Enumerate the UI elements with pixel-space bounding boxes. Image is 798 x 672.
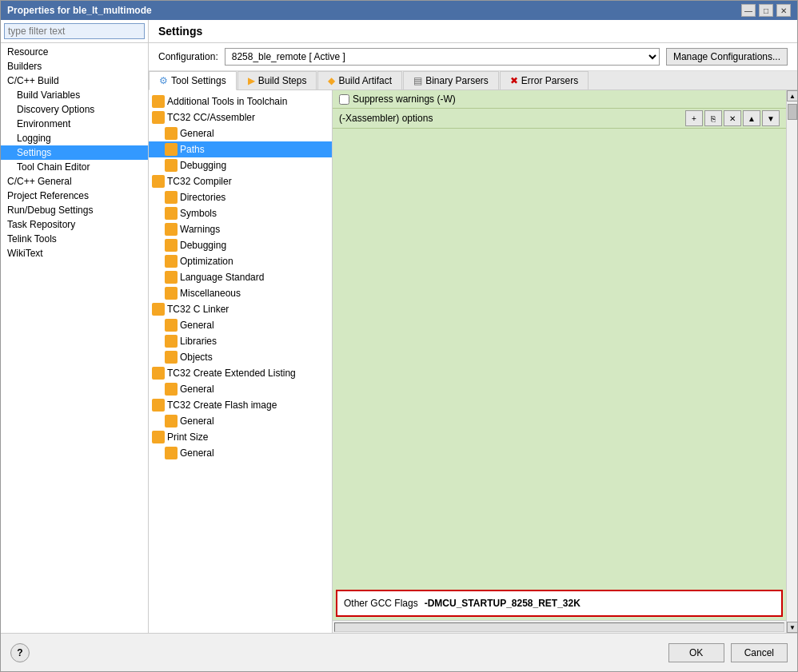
tool-item-additional-tools[interactable]: Additional Tools in Toolchain — [149, 93, 332, 109]
tool-icon — [165, 319, 178, 332]
config-row: Configuration: 8258_ble_remote [ Active … — [149, 43, 797, 71]
filter-input[interactable] — [4, 23, 145, 39]
title-bar-buttons: — □ ✕ — [741, 4, 791, 17]
tool-icon — [165, 415, 178, 427]
panel-content — [333, 129, 786, 587]
tool-item-tc32-extended-listing[interactable]: TC32 Create Extended Listing — [149, 365, 332, 381]
ok-button[interactable]: OK — [668, 643, 724, 662]
sidebar-item-discovery-options[interactable]: Discovery Options — [1, 102, 148, 117]
sidebar-item-cpp-build[interactable]: C/C++ Build — [1, 74, 148, 88]
other-gcc-flags-label: Other GCC Flags — [344, 598, 418, 609]
tool-icon — [165, 223, 178, 236]
add-option-button[interactable]: + — [685, 110, 703, 126]
manage-configurations-button[interactable]: Manage Configurations... — [666, 48, 788, 66]
build-artifact-icon: ◆ — [328, 75, 335, 86]
tool-icon — [152, 303, 165, 316]
sidebar-item-wikitext[interactable]: WikiText — [1, 246, 148, 260]
tab-build-steps[interactable]: ▶ Build Steps — [237, 71, 317, 89]
tool-icon — [165, 351, 178, 364]
tab-tool-settings[interactable]: ⚙ Tool Settings — [149, 71, 237, 90]
tool-item-compiler-directories[interactable]: Directories — [149, 189, 332, 205]
tool-icon — [152, 431, 165, 443]
tool-icon — [165, 207, 178, 220]
tool-item-flash-image-general[interactable]: General — [149, 413, 332, 429]
scroll-down-button[interactable]: ▼ — [787, 622, 797, 633]
tool-item-print-size-general[interactable]: General — [149, 445, 332, 461]
maximize-button[interactable]: □ — [759, 4, 773, 17]
tool-item-tc32-compiler[interactable]: TC32 Compiler — [149, 173, 332, 189]
tool-item-assembler-paths[interactable]: Paths — [149, 141, 332, 157]
tool-item-compiler-language[interactable]: Language Standard — [149, 269, 332, 285]
settings-panel: Suppress warnings (-W) (-Xassembler) opt… — [333, 90, 786, 633]
tool-item-assembler-general[interactable]: General — [149, 125, 332, 141]
options-bar: (-Xassembler) options + ⎘ ✕ ▲ ▼ — [333, 109, 786, 129]
sidebar-item-cpp-general[interactable]: C/C++ General — [1, 174, 148, 189]
tool-icon — [165, 143, 178, 156]
tool-item-compiler-debugging[interactable]: Debugging — [149, 237, 332, 253]
tool-icon — [165, 127, 178, 140]
tab-binary-parsers[interactable]: ▤ Binary Parsers — [403, 71, 499, 89]
sidebar-item-logging[interactable]: Logging — [1, 131, 148, 145]
tool-item-compiler-miscellaneous[interactable]: Miscellaneous — [149, 285, 332, 301]
tool-item-tc32-assembler[interactable]: TC32 CC/Assembler — [149, 109, 332, 125]
title-bar: Properties for ble_lt_multimode — □ ✕ — [1, 1, 797, 20]
horizontal-scrollbar[interactable] — [334, 622, 784, 632]
scroll-up-button[interactable]: ▲ — [787, 90, 797, 101]
tab-error-parsers[interactable]: ✖ Error Parsers — [500, 71, 589, 89]
error-parsers-icon: ✖ — [510, 75, 518, 86]
tool-icon — [165, 159, 178, 172]
tool-item-compiler-optimization[interactable]: Optimization — [149, 253, 332, 269]
copy-option-button[interactable]: ⎘ — [704, 110, 722, 126]
settings-title: Settings — [149, 20, 797, 43]
tool-item-tc32-linker[interactable]: TC32 C Linker — [149, 301, 332, 317]
sidebar-item-settings[interactable]: Settings — [1, 145, 148, 160]
config-select[interactable]: 8258_ble_remote [ Active ] — [225, 48, 660, 66]
tool-item-compiler-warnings[interactable]: Warnings — [149, 221, 332, 237]
tool-item-linker-libraries[interactable]: Libraries — [149, 333, 332, 349]
sidebar-item-resource[interactable]: Resource — [1, 45, 148, 59]
tool-icon — [152, 367, 165, 380]
tool-icon — [152, 175, 165, 188]
tool-icon — [165, 383, 178, 396]
tool-item-tc32-flash-image[interactable]: TC32 Create Flash image — [149, 397, 332, 413]
tab-build-artifact[interactable]: ◆ Build Artifact — [317, 71, 402, 89]
suppress-warnings-label[interactable]: Suppress warnings (-W) — [339, 93, 456, 105]
sidebar-item-project-references[interactable]: Project References — [1, 189, 148, 203]
sidebar-item-telink-tools[interactable]: Telink Tools — [1, 232, 148, 246]
move-down-button[interactable]: ▼ — [762, 110, 780, 126]
tool-icon — [152, 111, 165, 124]
help-button[interactable]: ? — [10, 643, 30, 662]
vertical-scrollbar: ▲ ▼ — [786, 90, 797, 633]
scroll-thumb[interactable] — [788, 104, 797, 120]
sidebar-item-builders[interactable]: Builders — [1, 59, 148, 74]
tool-item-compiler-symbols[interactable]: Symbols — [149, 205, 332, 221]
tool-icon — [165, 335, 178, 348]
sidebar: Resource Builders C/C++ Build Build Vari… — [1, 20, 149, 633]
tool-item-assembler-debugging[interactable]: Debugging — [149, 157, 332, 173]
bottom-buttons: OK Cancel — [668, 643, 788, 662]
move-up-button[interactable]: ▲ — [743, 110, 760, 126]
tool-icon — [165, 239, 178, 252]
minimize-button[interactable]: — — [741, 4, 756, 17]
other-gcc-flags-value: -DMCU_STARTUP_8258_RET_32K — [425, 598, 581, 609]
delete-option-button[interactable]: ✕ — [724, 110, 741, 126]
content-area: Settings Configuration: 8258_ble_remote … — [149, 20, 797, 633]
sidebar-item-run-debug[interactable]: Run/Debug Settings — [1, 203, 148, 217]
cancel-button[interactable]: Cancel — [731, 643, 788, 662]
tool-item-extended-listing-general[interactable]: General — [149, 381, 332, 397]
config-label: Configuration: — [158, 51, 218, 62]
suppress-warnings-checkbox[interactable] — [339, 94, 349, 105]
close-button[interactable]: ✕ — [776, 4, 791, 17]
options-label: (-Xassembler) options — [339, 113, 433, 124]
sidebar-item-toolchain-editor[interactable]: Tool Chain Editor — [1, 160, 148, 174]
horizontal-scrollbar-area — [333, 620, 786, 633]
sidebar-item-build-variables[interactable]: Build Variables — [1, 88, 148, 102]
tool-icon — [165, 287, 178, 300]
tool-item-linker-general[interactable]: General — [149, 317, 332, 333]
sidebar-tree: Resource Builders C/C++ Build Build Vari… — [1, 43, 148, 633]
tool-item-print-size[interactable]: Print Size — [149, 429, 332, 445]
sidebar-item-task-repository[interactable]: Task Repository — [1, 217, 148, 232]
tool-icon — [152, 95, 165, 108]
sidebar-item-environment[interactable]: Environment — [1, 117, 148, 131]
tool-item-linker-objects[interactable]: Objects — [149, 349, 332, 365]
